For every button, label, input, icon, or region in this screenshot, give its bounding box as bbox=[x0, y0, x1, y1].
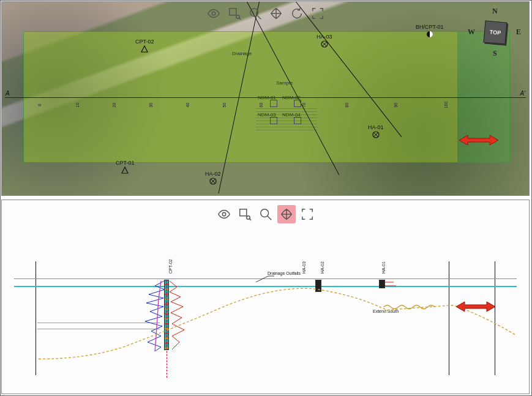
ndm-hatch bbox=[256, 106, 317, 130]
tool-orbit[interactable] bbox=[288, 4, 306, 23]
svg-marker-25 bbox=[456, 302, 495, 312]
svg-line-5 bbox=[257, 15, 260, 19]
tool-pan[interactable] bbox=[277, 205, 296, 223]
ndm-box-2[interactable] bbox=[294, 100, 301, 107]
marker-cpt-01[interactable]: CPT-01 bbox=[116, 160, 135, 174]
view-cube-compass[interactable]: N S E W TOP bbox=[471, 8, 520, 57]
tool-eye[interactable] bbox=[215, 205, 233, 223]
callout-drainage: Drainage bbox=[232, 51, 252, 56]
axis-tick: 20 bbox=[112, 103, 116, 108]
svg-line-3 bbox=[239, 18, 241, 20]
section-toolbar bbox=[215, 205, 317, 223]
svg-point-19 bbox=[222, 212, 226, 216]
marker-label: HA-01 bbox=[368, 124, 384, 130]
axis-tick: 0 bbox=[37, 104, 42, 106]
section-extend-handle[interactable] bbox=[456, 301, 495, 313]
compass-w[interactable]: W bbox=[468, 28, 475, 37]
ndm-box-1[interactable] bbox=[270, 100, 277, 107]
axis-end-label: A' bbox=[520, 90, 525, 97]
marker-cpt-02[interactable]: CPT-02 bbox=[135, 39, 154, 53]
ndm-01-label: NDM-01 bbox=[258, 95, 276, 100]
svg-marker-18 bbox=[459, 135, 498, 145]
section-canvas[interactable]: Drainage Outfalls Extend South CPT-02 HA… bbox=[14, 237, 517, 381]
tool-eye[interactable] bbox=[204, 4, 223, 23]
marker-label: HA-02 bbox=[205, 171, 221, 177]
svg-line-22 bbox=[249, 219, 251, 220]
svg-rect-1 bbox=[229, 9, 236, 15]
tool-zoom-window[interactable] bbox=[225, 4, 244, 23]
tool-zoom[interactable] bbox=[246, 4, 264, 23]
view-cube-top[interactable]: TOP bbox=[483, 20, 507, 44]
tool-extents[interactable] bbox=[298, 205, 317, 223]
callout-sample: Sample bbox=[276, 80, 293, 86]
marker-ha-01[interactable]: HA-01 bbox=[368, 124, 384, 139]
tool-zoom[interactable] bbox=[257, 205, 275, 223]
axis-tick: 10 bbox=[75, 103, 80, 108]
tool-pan[interactable] bbox=[267, 4, 285, 23]
marker-ha-03[interactable]: HA-03 bbox=[317, 34, 332, 48]
marker-ha-02[interactable]: HA-02 bbox=[205, 171, 221, 185]
axis-tick: 40 bbox=[185, 103, 190, 108]
axis-tick: 100 bbox=[444, 102, 448, 109]
svg-line-24 bbox=[267, 216, 271, 220]
section-extend-handle-plan[interactable] bbox=[459, 134, 498, 146]
plan-toolbar bbox=[204, 4, 327, 23]
plan-view-panel: N S E W TOP A A' 0 10 20 30 40 50 60 70 … bbox=[1, 1, 530, 196]
marker-label: CPT-01 bbox=[116, 160, 135, 166]
compass-e[interactable]: E bbox=[516, 28, 521, 37]
axis-start-label: A bbox=[6, 90, 10, 97]
marker-label: BH/CPT-01 bbox=[416, 24, 444, 30]
svg-point-4 bbox=[250, 9, 258, 17]
svg-marker-6 bbox=[122, 167, 128, 173]
marker-bhcpt-01[interactable]: BH/CPT-01 bbox=[416, 24, 444, 39]
svg-point-23 bbox=[260, 209, 268, 217]
ndm-02-label: NDM-02 bbox=[282, 95, 301, 100]
axis-tick: 30 bbox=[149, 103, 153, 108]
marker-label: HA-03 bbox=[317, 34, 332, 40]
section-view-panel: Drainage Outfalls Extend South CPT-02 HA… bbox=[1, 200, 530, 394]
tool-zoom-window[interactable] bbox=[236, 205, 254, 223]
axis-tick: 80 bbox=[345, 103, 349, 108]
axis-tick: 50 bbox=[222, 103, 227, 108]
ndm-03-label: NDM-03 bbox=[258, 112, 276, 118]
compass-n[interactable]: N bbox=[492, 7, 498, 16]
axis-tick: 90 bbox=[394, 103, 398, 108]
svg-marker-7 bbox=[141, 46, 148, 52]
interpreted-layer-curve bbox=[14, 237, 517, 383]
svg-point-0 bbox=[212, 12, 215, 15]
ndm-box-3[interactable] bbox=[270, 117, 277, 124]
ndm-box-4[interactable] bbox=[294, 117, 301, 124]
marker-label: CPT-02 bbox=[135, 39, 154, 45]
ndm-04-label: NDM-04 bbox=[282, 112, 301, 118]
compass-s[interactable]: S bbox=[493, 49, 497, 58]
tool-extents[interactable] bbox=[309, 4, 327, 23]
svg-rect-20 bbox=[239, 209, 246, 216]
